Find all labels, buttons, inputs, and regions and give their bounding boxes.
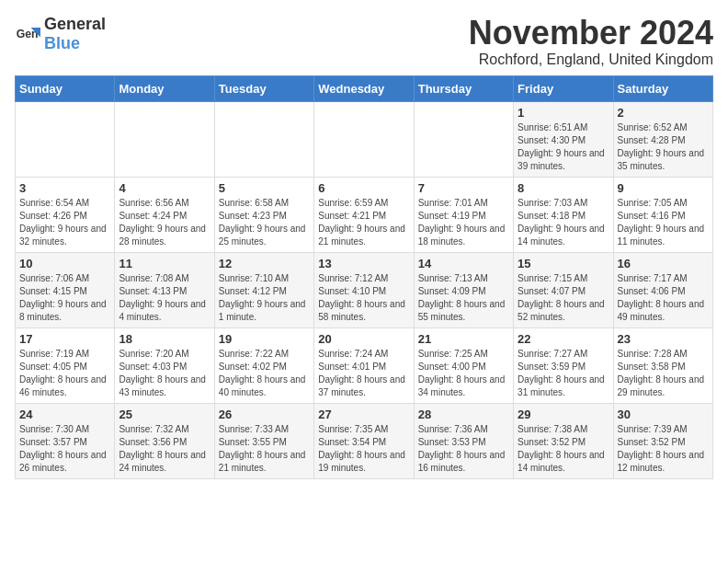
day-cell: 12Sunrise: 7:10 AM Sunset: 4:12 PM Dayli… xyxy=(214,252,313,327)
day-cell: 20Sunrise: 7:24 AM Sunset: 4:01 PM Dayli… xyxy=(314,327,414,403)
day-cell: 15Sunrise: 7:15 AM Sunset: 4:07 PM Dayli… xyxy=(514,252,613,327)
day-info: Sunrise: 7:39 AM Sunset: 3:52 PM Dayligh… xyxy=(618,423,709,475)
day-number: 13 xyxy=(318,257,409,270)
header-saturday: Saturday xyxy=(613,75,712,101)
day-info: Sunrise: 7:15 AM Sunset: 4:07 PM Dayligh… xyxy=(518,272,609,324)
day-cell: 6Sunrise: 6:59 AM Sunset: 4:21 PM Daylig… xyxy=(314,177,414,252)
day-cell: 16Sunrise: 7:17 AM Sunset: 4:06 PM Dayli… xyxy=(613,252,712,327)
day-cell: 10Sunrise: 7:06 AM Sunset: 4:15 PM Dayli… xyxy=(16,252,115,327)
day-info: Sunrise: 7:03 AM Sunset: 4:18 PM Dayligh… xyxy=(518,197,609,248)
day-number: 3 xyxy=(19,181,110,195)
logo-text-general: General xyxy=(44,15,106,33)
day-number: 12 xyxy=(219,257,310,270)
day-cell: 8Sunrise: 7:03 AM Sunset: 4:18 PM Daylig… xyxy=(514,177,613,252)
day-cell: 28Sunrise: 7:36 AM Sunset: 3:53 PM Dayli… xyxy=(414,403,513,478)
week-row-3: 17Sunrise: 7:19 AM Sunset: 4:05 PM Dayli… xyxy=(16,327,713,403)
day-cell: 29Sunrise: 7:38 AM Sunset: 3:52 PM Dayli… xyxy=(514,403,613,478)
day-info: Sunrise: 7:36 AM Sunset: 3:53 PM Dayligh… xyxy=(418,423,509,475)
week-row-1: 3Sunrise: 6:54 AM Sunset: 4:26 PM Daylig… xyxy=(16,177,713,252)
header-wednesday: Wednesday xyxy=(314,75,414,101)
header-sunday: Sunday xyxy=(16,75,115,101)
day-cell: 2Sunrise: 6:52 AM Sunset: 4:28 PM Daylig… xyxy=(613,101,712,177)
day-cell: 5Sunrise: 6:58 AM Sunset: 4:23 PM Daylig… xyxy=(214,177,313,252)
logo: Gen General Blue xyxy=(15,15,106,53)
day-number: 8 xyxy=(518,181,609,195)
day-cell xyxy=(214,101,313,177)
day-cell: 18Sunrise: 7:20 AM Sunset: 4:03 PM Dayli… xyxy=(115,327,214,403)
day-number: 9 xyxy=(618,181,709,195)
header-friday: Friday xyxy=(514,75,613,101)
header-monday: Monday xyxy=(115,75,214,101)
logo-text-blue: Blue xyxy=(44,34,80,52)
header-thursday: Thursday xyxy=(414,75,513,101)
day-info: Sunrise: 6:56 AM Sunset: 4:24 PM Dayligh… xyxy=(119,197,210,248)
day-number: 28 xyxy=(418,408,509,421)
day-number: 25 xyxy=(119,408,210,421)
day-number: 29 xyxy=(518,408,609,421)
day-info: Sunrise: 7:25 AM Sunset: 4:00 PM Dayligh… xyxy=(418,348,509,399)
day-info: Sunrise: 7:12 AM Sunset: 4:10 PM Dayligh… xyxy=(318,272,409,324)
day-number: 7 xyxy=(418,181,509,195)
day-number: 24 xyxy=(19,408,110,421)
day-number: 1 xyxy=(518,106,609,120)
day-info: Sunrise: 7:19 AM Sunset: 4:05 PM Dayligh… xyxy=(19,348,110,399)
day-info: Sunrise: 7:38 AM Sunset: 3:52 PM Dayligh… xyxy=(518,423,609,475)
day-number: 11 xyxy=(119,257,210,270)
day-number: 5 xyxy=(219,181,310,195)
calendar-header: SundayMondayTuesdayWednesdayThursdayFrid… xyxy=(16,75,713,101)
day-cell: 21Sunrise: 7:25 AM Sunset: 4:00 PM Dayli… xyxy=(414,327,513,403)
day-cell: 11Sunrise: 7:08 AM Sunset: 4:13 PM Dayli… xyxy=(115,252,214,327)
day-info: Sunrise: 7:01 AM Sunset: 4:19 PM Dayligh… xyxy=(418,197,509,248)
day-info: Sunrise: 7:13 AM Sunset: 4:09 PM Dayligh… xyxy=(418,272,509,324)
page-header: Gen General Blue November 2024 Rochford,… xyxy=(15,15,713,68)
day-info: Sunrise: 6:52 AM Sunset: 4:28 PM Dayligh… xyxy=(618,121,709,173)
calendar-body: 1Sunrise: 6:51 AM Sunset: 4:30 PM Daylig… xyxy=(16,101,713,478)
day-cell: 9Sunrise: 7:05 AM Sunset: 4:16 PM Daylig… xyxy=(613,177,712,252)
day-cell: 26Sunrise: 7:33 AM Sunset: 3:55 PM Dayli… xyxy=(214,403,313,478)
day-cell: 1Sunrise: 6:51 AM Sunset: 4:30 PM Daylig… xyxy=(514,101,613,177)
day-cell xyxy=(314,101,414,177)
week-row-0: 1Sunrise: 6:51 AM Sunset: 4:30 PM Daylig… xyxy=(16,101,713,177)
day-info: Sunrise: 6:54 AM Sunset: 4:26 PM Dayligh… xyxy=(19,197,110,248)
month-title: November 2024 xyxy=(469,15,713,52)
day-number: 16 xyxy=(618,257,709,270)
day-info: Sunrise: 6:51 AM Sunset: 4:30 PM Dayligh… xyxy=(518,121,609,173)
day-info: Sunrise: 7:24 AM Sunset: 4:01 PM Dayligh… xyxy=(318,348,409,399)
day-number: 18 xyxy=(119,332,210,346)
day-number: 15 xyxy=(518,257,609,270)
day-cell: 3Sunrise: 6:54 AM Sunset: 4:26 PM Daylig… xyxy=(16,177,115,252)
header-row: SundayMondayTuesdayWednesdayThursdayFrid… xyxy=(16,75,713,101)
day-cell: 25Sunrise: 7:32 AM Sunset: 3:56 PM Dayli… xyxy=(115,403,214,478)
day-number: 20 xyxy=(318,332,409,346)
day-info: Sunrise: 7:33 AM Sunset: 3:55 PM Dayligh… xyxy=(219,423,310,475)
day-cell: 7Sunrise: 7:01 AM Sunset: 4:19 PM Daylig… xyxy=(414,177,513,252)
day-cell xyxy=(115,101,214,177)
day-cell: 19Sunrise: 7:22 AM Sunset: 4:02 PM Dayli… xyxy=(214,327,313,403)
day-cell: 4Sunrise: 6:56 AM Sunset: 4:24 PM Daylig… xyxy=(115,177,214,252)
day-cell xyxy=(16,101,115,177)
day-number: 21 xyxy=(418,332,509,346)
day-cell: 30Sunrise: 7:39 AM Sunset: 3:52 PM Dayli… xyxy=(613,403,712,478)
week-row-4: 24Sunrise: 7:30 AM Sunset: 3:57 PM Dayli… xyxy=(16,403,713,478)
day-cell: 22Sunrise: 7:27 AM Sunset: 3:59 PM Dayli… xyxy=(514,327,613,403)
calendar-table: SundayMondayTuesdayWednesdayThursdayFrid… xyxy=(15,75,713,479)
day-info: Sunrise: 7:17 AM Sunset: 4:06 PM Dayligh… xyxy=(618,272,709,324)
day-info: Sunrise: 7:08 AM Sunset: 4:13 PM Dayligh… xyxy=(119,272,210,324)
day-info: Sunrise: 7:30 AM Sunset: 3:57 PM Dayligh… xyxy=(19,423,110,475)
day-info: Sunrise: 7:10 AM Sunset: 4:12 PM Dayligh… xyxy=(219,272,310,324)
day-number: 19 xyxy=(219,332,310,346)
day-number: 17 xyxy=(19,332,110,346)
day-number: 10 xyxy=(19,257,110,270)
day-info: Sunrise: 7:28 AM Sunset: 3:58 PM Dayligh… xyxy=(618,348,709,399)
day-cell: 14Sunrise: 7:13 AM Sunset: 4:09 PM Dayli… xyxy=(414,252,513,327)
week-row-2: 10Sunrise: 7:06 AM Sunset: 4:15 PM Dayli… xyxy=(16,252,713,327)
day-number: 30 xyxy=(618,408,709,421)
location-title: Rochford, England, United Kingdom xyxy=(469,52,713,68)
day-cell: 17Sunrise: 7:19 AM Sunset: 4:05 PM Dayli… xyxy=(16,327,115,403)
day-info: Sunrise: 7:35 AM Sunset: 3:54 PM Dayligh… xyxy=(318,423,409,475)
day-number: 14 xyxy=(418,257,509,270)
day-number: 4 xyxy=(119,181,210,195)
day-number: 23 xyxy=(618,332,709,346)
day-info: Sunrise: 7:05 AM Sunset: 4:16 PM Dayligh… xyxy=(618,197,709,248)
logo-icon: Gen xyxy=(15,21,40,47)
